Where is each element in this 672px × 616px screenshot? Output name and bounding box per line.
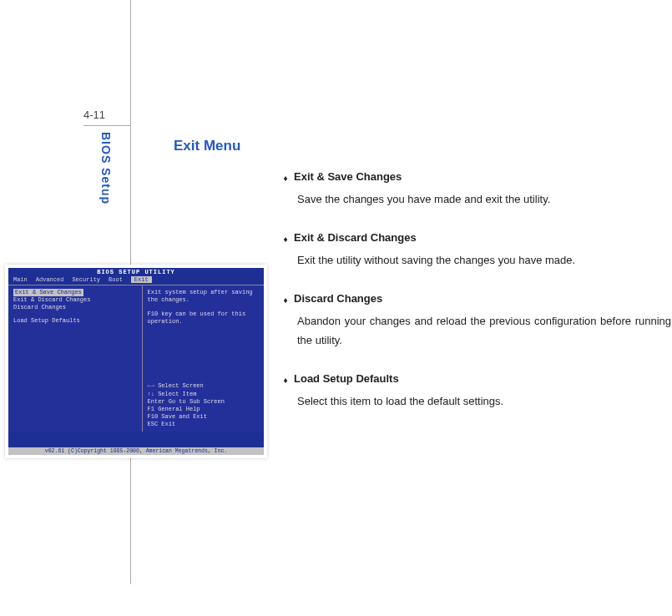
bios-screen: BIOS SETUP UTILITY MainAdvancedSecurityB…	[8, 268, 264, 455]
bullet-icon: ♦	[277, 228, 294, 247]
list-item: ♦Exit & Save Changes	[277, 167, 671, 186]
bullet-icon: ♦	[277, 369, 294, 388]
bios-tab: Exit	[131, 276, 152, 283]
bios-tab-bar: MainAdvancedSecurityBootExit	[8, 276, 264, 285]
section-side-label: BIOS Setup	[99, 132, 113, 204]
bullet-icon: ♦	[277, 167, 294, 186]
list-item: ♦Load Setup Defaults	[277, 369, 671, 388]
bios-key-hint: Enter Go to Sub Screen	[148, 398, 259, 406]
bios-tab: Main	[13, 276, 28, 283]
bios-tab: Boot	[109, 276, 123, 283]
item-description: Select this item to load the default set…	[297, 391, 671, 411]
list-item: ♦Discard Changes	[277, 289, 671, 308]
document-page: 4-11 BIOS Setup Exit Menu ♦Exit & Save C…	[0, 0, 672, 616]
margin-divider-horizontal	[83, 125, 130, 126]
page-title: Exit Menu	[174, 138, 240, 154]
item-description: Save the changes you have made and exit …	[297, 189, 671, 209]
bios-menu-item: Discard Changes	[13, 304, 137, 311]
bios-title-bar: BIOS SETUP UTILITY	[8, 268, 264, 276]
bios-menu-pane: Exit & Save ChangesExit & Discard Change…	[8, 285, 143, 432]
bios-key-hint: ↑↓ Select Item	[148, 391, 259, 398]
bios-footer: v02.61 (C)Copyright 1985-2006, American …	[8, 447, 264, 455]
item-heading: Exit & Discard Changes	[294, 228, 417, 247]
item-heading: Discard Changes	[294, 289, 382, 308]
exit-menu-item-list: ♦Exit & Save ChangesSave the changes you…	[277, 167, 671, 430]
bullet-icon: ♦	[277, 289, 294, 308]
bios-key-hint: F1 General Help	[148, 406, 259, 413]
bios-body: Exit & Save ChangesExit & Discard Change…	[8, 285, 264, 432]
item-description: Abandon your changes and reload the prev…	[297, 311, 671, 351]
bios-tab: Security	[72, 276, 100, 283]
bios-key-hint: F10 Save and Exit	[148, 413, 259, 421]
item-heading: Load Setup Defaults	[294, 369, 399, 388]
bios-screenshot: BIOS SETUP UTILITY MainAdvancedSecurityB…	[5, 265, 267, 458]
bios-key-hint: ESC Exit	[148, 421, 259, 428]
bios-menu-item: Exit & Discard Changes	[13, 296, 137, 304]
bios-menu-item: Exit & Save Changes	[13, 289, 137, 296]
list-item: ♦Exit & Discard Changes	[277, 228, 671, 247]
item-heading: Exit & Save Changes	[294, 167, 402, 186]
bios-help-pane: Exit system setup after saving the chang…	[143, 285, 264, 432]
item-description: Exit the utility without saving the chan…	[297, 250, 671, 270]
bios-key-hint: ←→ Select Screen	[148, 382, 259, 390]
bios-tab: Advanced	[36, 276, 64, 283]
bios-menu-item: Load Setup Defaults	[13, 317, 137, 325]
page-number: 4-11	[83, 109, 105, 121]
bios-key-legend: ←→ Select Screen↑↓ Select ItemEnter Go t…	[148, 382, 259, 428]
bios-help-text: Exit system setup after saving the chang…	[148, 289, 259, 326]
